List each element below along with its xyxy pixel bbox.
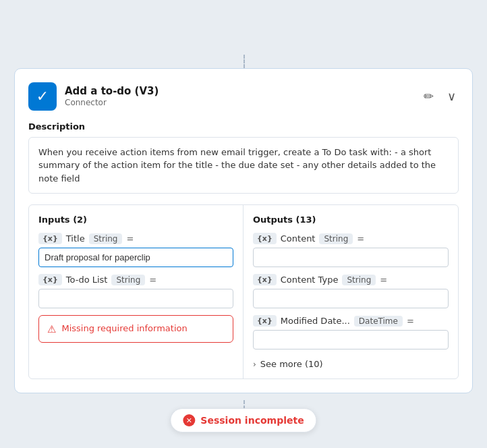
field-name-title: Title — [66, 233, 85, 244]
field-eq-todolist: = — [149, 275, 156, 285]
modified-date-value — [253, 330, 449, 349]
edit-button[interactable]: ✏ — [421, 88, 436, 105]
field-header-content-type: {x} Content Type String = — [253, 274, 449, 285]
field-name-content: Content — [281, 233, 316, 244]
todolist-input[interactable] — [38, 289, 233, 308]
field-name-modified-date: Modified Date... — [281, 316, 350, 326]
error-box: ⚠ Missing required information — [38, 315, 233, 343]
field-eq-content-type: = — [380, 275, 387, 285]
header-subtitle: Connector — [65, 98, 159, 107]
field-eq-content: = — [357, 233, 364, 244]
field-type-title: String — [89, 233, 123, 244]
output-field-modified-date: {x} Modified Date... DateTime = — [253, 315, 449, 349]
field-eq-modified-date: = — [407, 316, 414, 326]
session-badge: ✕ Session incomplete — [170, 408, 316, 432]
field-type-todolist: String — [111, 275, 145, 285]
description-label: Description — [28, 121, 459, 132]
main-card: ✓ Add a to-do (V3) Connector ✏ ∨ Descrip… — [14, 68, 473, 394]
io-grid: Inputs (2) {x} Title String = {x} To- — [28, 204, 459, 379]
see-more-button[interactable]: › See more (10) — [253, 356, 449, 369]
outputs-title: Outputs (13) — [253, 215, 449, 225]
header-title: Add a to-do (V3) — [65, 85, 159, 97]
field-header-modified-date: {x} Modified Date... DateTime = — [253, 315, 449, 327]
card-header: ✓ Add a to-do (V3) Connector ✏ ∨ — [28, 82, 459, 111]
content-type-value — [253, 289, 449, 308]
tag-x-title: {x} — [38, 233, 62, 244]
session-error-icon: ✕ — [183, 414, 195, 426]
error-text: Missing required information — [61, 323, 187, 335]
app-icon: ✓ — [28, 82, 57, 111]
field-name-content-type: Content Type — [281, 275, 339, 285]
tag-x-content-type: {x} — [253, 274, 277, 285]
header-text: Add a to-do (V3) Connector — [65, 85, 159, 107]
field-header-todolist: {x} To-do List String = — [38, 274, 233, 285]
field-header-content: {x} Content String = — [253, 233, 449, 244]
inputs-column: Inputs (2) {x} Title String = {x} To- — [29, 205, 244, 379]
expand-button[interactable]: ∨ — [445, 88, 459, 105]
field-eq-title: = — [126, 233, 134, 244]
input-field-title: {x} Title String = — [38, 233, 233, 267]
header-left: ✓ Add a to-do (V3) Connector — [28, 82, 159, 111]
header-actions: ✏ ∨ — [421, 88, 459, 105]
description-text: When you receive action items from new e… — [28, 137, 459, 194]
warning-icon: ⚠ — [47, 323, 56, 335]
field-type-content: String — [319, 233, 353, 244]
field-header-title: {x} Title String = — [38, 233, 233, 244]
see-more-label: See more (10) — [260, 359, 323, 369]
chevron-right-icon: › — [253, 360, 256, 369]
tag-x-content: {x} — [253, 233, 277, 244]
field-type-modified-date: DateTime — [354, 316, 403, 327]
title-input[interactable] — [38, 248, 233, 267]
session-text: Session incomplete — [200, 415, 304, 426]
content-value — [253, 248, 449, 267]
field-type-content-type: String — [342, 275, 376, 285]
output-field-content-type: {x} Content Type String = — [253, 274, 449, 308]
tag-x-modified-date: {x} — [253, 315, 277, 327]
tag-x-todolist: {x} — [38, 274, 62, 285]
field-name-todolist: To-do List — [66, 275, 108, 285]
inputs-title: Inputs (2) — [38, 215, 233, 225]
input-field-todolist: {x} To-do List String = — [38, 274, 233, 308]
checkmark-icon: ✓ — [36, 88, 49, 105]
output-field-content: {x} Content String = — [253, 233, 449, 267]
outputs-column: Outputs (13) {x} Content String = {x} — [244, 205, 458, 379]
